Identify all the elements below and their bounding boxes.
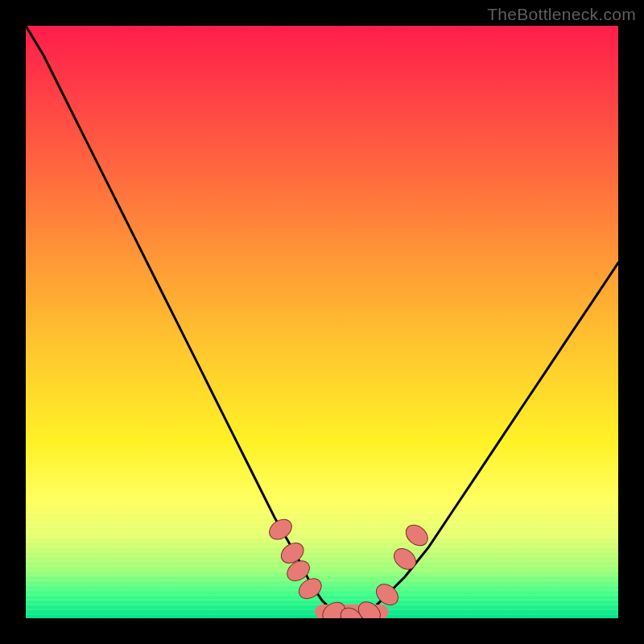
marker-9: [402, 521, 431, 550]
curve-svg: [26, 26, 618, 618]
curve-right: [345, 262, 618, 618]
curve-group: [26, 26, 618, 618]
chart-frame: TheBottleneck.com: [0, 0, 644, 644]
marker-group: [266, 515, 431, 618]
marker-8: [390, 544, 419, 573]
plot-area: [26, 26, 618, 618]
marker-0: [266, 515, 295, 543]
curve-left: [26, 26, 345, 618]
watermark-text: TheBottleneck.com: [487, 5, 636, 24]
